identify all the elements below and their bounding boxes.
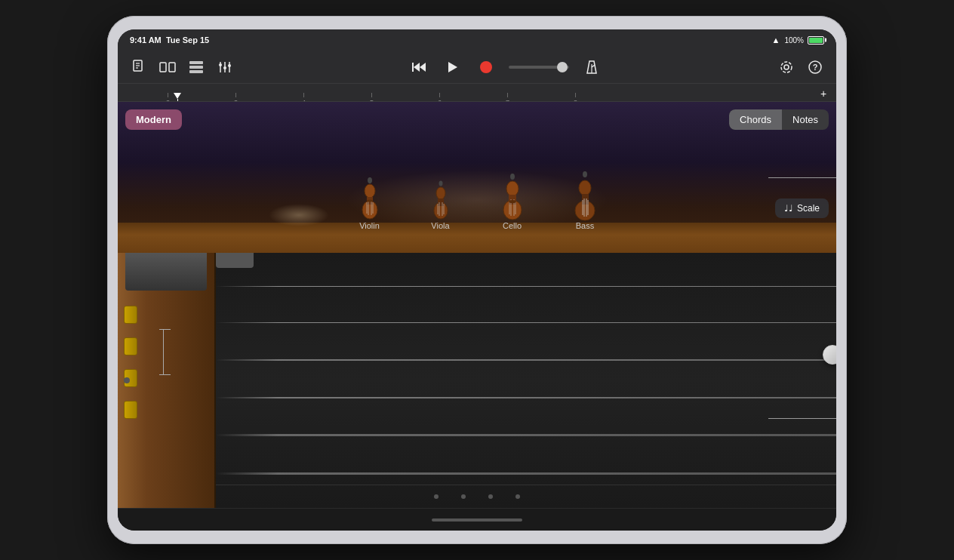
cello-icon bbox=[498, 172, 527, 221]
scroll-indicator bbox=[434, 494, 520, 499]
svg-point-24 bbox=[781, 62, 792, 72]
left-annotation-top bbox=[159, 329, 171, 330]
instrument-violin[interactable]: Violin bbox=[356, 176, 383, 230]
viola-label: Viola bbox=[431, 221, 449, 230]
bass-icon bbox=[572, 170, 599, 221]
battery-fill bbox=[809, 38, 823, 43]
svg-point-60 bbox=[583, 171, 587, 177]
scroll-dot-4 bbox=[515, 494, 520, 499]
viola-icon bbox=[429, 180, 453, 221]
help-button[interactable]: ? bbox=[805, 57, 826, 78]
svg-point-57 bbox=[579, 180, 591, 195]
rewind-button[interactable] bbox=[409, 57, 430, 78]
scroll-dot-3 bbox=[488, 494, 493, 499]
svg-marker-15 bbox=[414, 63, 420, 72]
play-button[interactable] bbox=[442, 57, 463, 78]
home-indicator[interactable] bbox=[432, 518, 522, 522]
record-button[interactable] bbox=[475, 57, 497, 78]
instrument-cello[interactable]: Cello bbox=[498, 172, 527, 230]
tuning-peg-4[interactable] bbox=[124, 401, 137, 419]
svg-rect-4 bbox=[160, 63, 166, 72]
svg-rect-17 bbox=[412, 63, 414, 72]
svg-rect-48 bbox=[509, 195, 516, 205]
string-3[interactable] bbox=[216, 359, 836, 361]
string-6[interactable] bbox=[216, 472, 836, 475]
ruler-mark-5: 6 bbox=[438, 93, 442, 103]
svg-point-55 bbox=[509, 200, 516, 203]
tuning-peg-1[interactable] bbox=[124, 306, 137, 324]
instruments-row: Violin bbox=[118, 170, 836, 238]
status-time: 9:41 AM Tue Sep 15 bbox=[130, 35, 209, 45]
status-icons: ▲ 100% bbox=[772, 35, 824, 45]
svg-point-47 bbox=[506, 181, 519, 196]
string-4[interactable] bbox=[216, 397, 836, 398]
string-2[interactable] bbox=[216, 322, 836, 323]
left-annotation-line bbox=[163, 329, 164, 374]
svg-point-12 bbox=[219, 63, 222, 66]
string-area bbox=[118, 253, 836, 508]
preset-button[interactable]: Modern bbox=[125, 109, 182, 130]
ruler-mark-7: 8 bbox=[574, 93, 577, 103]
playhead-thumb bbox=[557, 62, 568, 72]
status-bar: 9:41 AM Tue Sep 15 ▲ 100% bbox=[118, 29, 836, 51]
add-track-button[interactable]: + bbox=[817, 87, 830, 100]
playhead-slider[interactable] bbox=[509, 66, 569, 69]
svg-point-19 bbox=[480, 61, 492, 73]
scale-button[interactable]: ♩♩ Scale bbox=[775, 198, 829, 218]
timeline-ruler: 2 3 4 5 6 7 8 + bbox=[118, 84, 836, 102]
svg-rect-6 bbox=[189, 61, 203, 64]
document-button[interactable] bbox=[128, 57, 149, 78]
chords-button[interactable]: Chords bbox=[729, 109, 782, 130]
svg-point-50 bbox=[510, 174, 515, 180]
svg-rect-7 bbox=[189, 66, 203, 69]
scale-music-icon: ♩♩ bbox=[784, 203, 793, 214]
ruler-mark-1: 2 bbox=[166, 93, 170, 103]
playhead-triangle bbox=[174, 93, 181, 99]
segment-handle[interactable] bbox=[216, 253, 254, 268]
left-dot bbox=[124, 377, 130, 383]
string-1[interactable] bbox=[216, 286, 836, 287]
playhead-marker bbox=[174, 93, 181, 103]
tracks-button[interactable] bbox=[186, 57, 207, 78]
annotation-line-bottom bbox=[768, 418, 836, 419]
strings-container[interactable] bbox=[216, 253, 836, 508]
battery-indicator: 100% bbox=[784, 36, 824, 45]
svg-point-36 bbox=[367, 200, 373, 202]
settings-button[interactable] bbox=[776, 57, 797, 78]
toolbar: ? bbox=[118, 51, 836, 84]
notes-button[interactable]: Notes bbox=[782, 109, 829, 130]
metronome-button[interactable] bbox=[581, 57, 602, 78]
ipad-frame: 9:41 AM Tue Sep 15 ▲ 100% bbox=[107, 16, 847, 544]
tuning-peg-2[interactable] bbox=[124, 337, 137, 355]
svg-point-14 bbox=[228, 64, 231, 67]
svg-point-13 bbox=[223, 66, 226, 69]
neck-top bbox=[125, 253, 207, 291]
cello-label: Cello bbox=[503, 221, 522, 230]
annotation-line-top bbox=[768, 177, 836, 178]
svg-point-38 bbox=[436, 187, 445, 199]
ruler-mark-6: 7 bbox=[506, 93, 509, 103]
toolbar-center bbox=[242, 57, 770, 78]
mixer-button[interactable] bbox=[214, 57, 235, 78]
string-5[interactable] bbox=[216, 434, 836, 436]
violin-icon bbox=[356, 176, 383, 221]
scroll-dot-1 bbox=[434, 494, 439, 499]
loop-button[interactable] bbox=[157, 57, 178, 78]
toolbar-left bbox=[128, 57, 235, 78]
battery-bar bbox=[808, 36, 824, 45]
ruler-mark-2: 3 bbox=[234, 93, 238, 103]
instrument-viola[interactable]: Viola bbox=[429, 180, 453, 230]
toolbar-right: ? bbox=[776, 57, 826, 78]
svg-marker-16 bbox=[420, 63, 426, 72]
svg-point-31 bbox=[368, 177, 372, 183]
bottom-reference-line bbox=[118, 485, 836, 485]
ipad-screen: 9:41 AM Tue Sep 15 ▲ 100% bbox=[118, 29, 836, 531]
svg-rect-39 bbox=[438, 198, 444, 206]
wifi-icon: ▲ bbox=[772, 35, 780, 45]
bass-label: Bass bbox=[576, 221, 594, 230]
svg-text:?: ? bbox=[813, 63, 818, 72]
svg-point-23 bbox=[784, 65, 789, 69]
left-annotation-bottom bbox=[159, 374, 171, 375]
instrument-bass[interactable]: Bass bbox=[572, 170, 599, 230]
violin-label: Violin bbox=[359, 221, 380, 230]
